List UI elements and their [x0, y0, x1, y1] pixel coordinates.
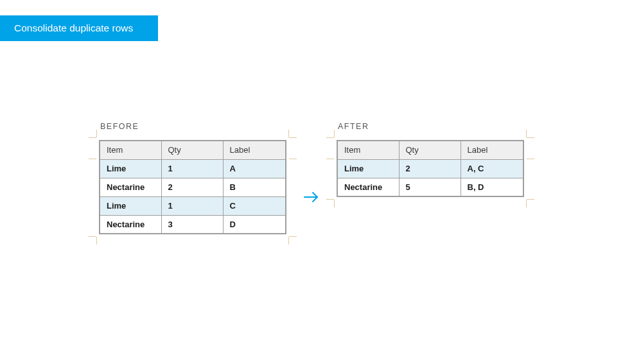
table-row: Lime1C: [100, 196, 286, 215]
before-table-wrap: Item Qty Label Lime1ANectarine2BLime1CNe…: [96, 137, 289, 237]
col-header-item: Item: [100, 141, 161, 159]
table-cell: Lime: [100, 159, 161, 178]
after-panel: AFTER Item Qty Label Lime2A, CNectarine5…: [334, 122, 527, 200]
table-cell: A, C: [461, 159, 523, 178]
table-row: Nectarine3D: [100, 215, 286, 234]
before-table: Item Qty Label Lime1ANectarine2BLime1CNe…: [99, 140, 286, 234]
table-cell: 2: [161, 178, 223, 196]
table-cell: Lime: [337, 159, 399, 178]
table-cell: Nectarine: [100, 178, 161, 196]
col-header-item: Item: [337, 141, 399, 159]
table-cell: 2: [399, 159, 461, 178]
table-cell: 1: [161, 159, 223, 178]
before-panel: BEFORE Item Qty Label Lime1ANectarine2BL…: [96, 122, 289, 237]
table-cell: Lime: [100, 196, 161, 215]
table-row: Lime1A: [100, 159, 286, 178]
after-table: Item Qty Label Lime2A, CNectarine5B, D: [337, 140, 524, 197]
table-cell: 5: [399, 178, 461, 196]
after-tbody: Lime2A, CNectarine5B, D: [337, 159, 523, 196]
col-header-label: Label: [223, 141, 286, 159]
table-cell: Nectarine: [337, 178, 399, 196]
table-row: Nectarine2B: [100, 178, 286, 196]
after-caption: AFTER: [338, 122, 527, 131]
table-row: Nectarine5B, D: [337, 178, 523, 196]
table-cell: B, D: [461, 178, 523, 196]
diagram: BEFORE Item Qty Label Lime1ANectarine2BL…: [96, 122, 527, 237]
col-header-qty: Qty: [161, 141, 223, 159]
table-header-row: Item Qty Label: [337, 141, 523, 159]
page-title: Consolidate duplicate rows: [0, 15, 158, 41]
col-header-qty: Qty: [399, 141, 461, 159]
arrow-right-icon: [289, 122, 334, 237]
page-title-text: Consolidate duplicate rows: [14, 22, 133, 34]
table-cell: C: [223, 196, 286, 215]
table-cell: Nectarine: [100, 215, 161, 234]
before-tbody: Lime1ANectarine2BLime1CNectarine3D: [100, 159, 286, 234]
before-caption: BEFORE: [100, 122, 289, 131]
after-table-wrap: Item Qty Label Lime2A, CNectarine5B, D: [334, 137, 527, 200]
table-cell: D: [223, 215, 286, 234]
table-row: Lime2A, C: [337, 159, 523, 178]
table-cell: 3: [161, 215, 223, 234]
table-cell: B: [223, 178, 286, 196]
table-cell: A: [223, 159, 286, 178]
table-header-row: Item Qty Label: [100, 141, 286, 159]
col-header-label: Label: [461, 141, 523, 159]
table-cell: 1: [161, 196, 223, 215]
